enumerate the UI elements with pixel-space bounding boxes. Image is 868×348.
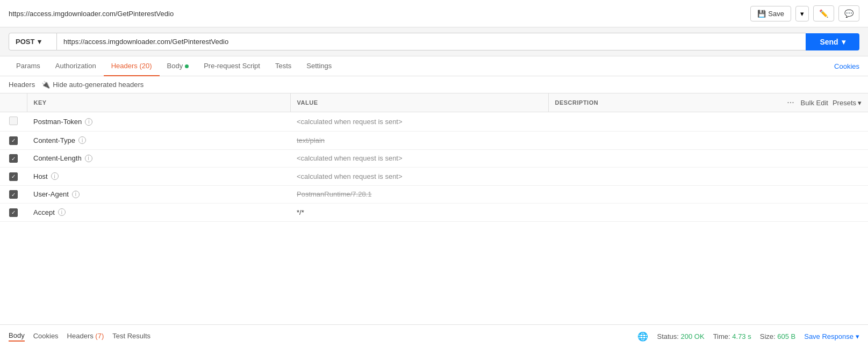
row-key-cell: Content-Typei (27, 132, 290, 150)
row-key: Host (33, 172, 48, 180)
status-value: 200 OK (681, 332, 705, 340)
row-value: */* (297, 208, 304, 216)
edit-button[interactable]: ✏️ (813, 5, 834, 21)
row-value: <calculated when request is sent> (297, 154, 403, 162)
tab-body[interactable]: Body (160, 56, 197, 76)
tab-params[interactable]: Params (9, 56, 48, 76)
row-value: <calculated when request is sent> (297, 172, 403, 180)
row-key: User-Agent (33, 190, 69, 198)
save-dropdown-button[interactable]: ▾ (795, 6, 809, 21)
status-tab-test-results-label: Test Results (112, 332, 150, 340)
comment-icon: 💬 (844, 9, 853, 18)
info-icon[interactable]: i (85, 118, 92, 126)
tab-settings[interactable]: Settings (299, 56, 339, 76)
hide-auto-headers-button[interactable]: 🔌 Hide auto-generated headers (41, 81, 144, 89)
method-select[interactable]: POST ▾ (9, 33, 57, 50)
headers-badge: (20) (139, 62, 152, 70)
tab-pre-request[interactable]: Pre-request Script (196, 56, 268, 76)
row-value-cell: PostmanRuntime/7.28.1 (290, 185, 548, 204)
top-bar-actions: 💾 Save ▾ ✏️ 💬 (750, 5, 859, 21)
table-row: ✓Hosti<calculated when request is sent> (0, 168, 868, 186)
info-icon[interactable]: i (51, 172, 59, 180)
row-key: Content-Length (33, 154, 82, 162)
status-tab-body[interactable]: Body (9, 331, 25, 342)
status-headers-badge: (7) (95, 332, 104, 340)
row-description-cell (548, 112, 868, 132)
status-tab-headers[interactable]: Headers (7) (67, 332, 104, 341)
bulk-edit-button[interactable]: Bulk Edit (801, 99, 828, 107)
row-key-cell: Content-Lengthi (27, 149, 290, 168)
info-icon[interactable]: i (58, 208, 66, 216)
status-tab-cookies[interactable]: Cookies (33, 332, 59, 341)
send-label: Send (820, 38, 838, 46)
row-checkbox[interactable]: ✓ (9, 190, 18, 199)
save-button[interactable]: 💾 Save (750, 6, 791, 21)
row-checkbox[interactable]: ✓ (9, 172, 18, 181)
status-tab-body-label: Body (9, 331, 25, 339)
row-checkbox-cell: ✓ (0, 204, 27, 222)
save-response-button[interactable]: Save Response ▾ (804, 332, 859, 340)
info-icon[interactable]: i (72, 191, 80, 198)
headers-table: KEY VALUE DESCRIPTION ··· Bulk Edit Pres… (0, 93, 868, 222)
method-chevron-icon: ▾ (38, 38, 41, 46)
time-value: 4.73 s (732, 332, 751, 340)
save-response-chevron-icon: ▾ (856, 332, 859, 340)
content-area: KEY VALUE DESCRIPTION ··· Bulk Edit Pres… (0, 93, 868, 222)
row-checkbox[interactable]: ✓ (9, 208, 18, 217)
send-chevron-icon: ▾ (842, 38, 845, 46)
row-key-cell: User-Agenti (27, 185, 290, 204)
headers-sub-bar: Headers 🔌 Hide auto-generated headers (0, 76, 868, 93)
row-checkbox-cell: ✓ (0, 185, 27, 204)
col-value-header: VALUE (290, 93, 548, 112)
info-icon[interactable]: i (85, 155, 92, 162)
row-checkbox[interactable] (9, 117, 18, 125)
row-key-cell: Accepti (27, 204, 290, 222)
row-checkbox-cell (0, 112, 27, 132)
tab-params-label: Params (16, 62, 40, 70)
status-right: 🌐 Status: 200 OK Time: 4.73 s Size: 605 … (637, 331, 859, 342)
col-key-header: KEY (27, 93, 290, 112)
tab-tests[interactable]: Tests (268, 56, 299, 76)
row-description-cell (548, 185, 868, 204)
row-description-cell (548, 204, 868, 222)
row-key: Content-Type (33, 136, 75, 144)
chevron-down-icon: ▾ (800, 10, 804, 18)
table-row: Postman-Tokeni<calculated when request i… (0, 112, 868, 132)
col-check-header (0, 93, 27, 112)
table-header-actions: ··· Bulk Edit Presets ▾ (785, 98, 862, 107)
tab-authorization[interactable]: Authorization (48, 56, 104, 76)
row-description-cell (548, 149, 868, 168)
pencil-icon: ✏️ (819, 9, 828, 18)
size-value: 605 B (777, 332, 795, 340)
size-item: Size: 605 B (760, 332, 796, 340)
method-label: POST (16, 38, 34, 46)
row-value-cell: <calculated when request is sent> (290, 112, 548, 132)
tab-pre-request-label: Pre-request Script (204, 62, 260, 70)
status-tab-headers-label: Headers (7) (67, 332, 104, 340)
status-item: Status: 200 OK (657, 332, 704, 340)
table-row: ✓Content-Lengthi<calculated when request… (0, 149, 868, 168)
row-checkbox[interactable]: ✓ (9, 136, 18, 145)
globe-icon: 🌐 (637, 331, 648, 342)
row-value: text/plain (297, 136, 325, 144)
status-tab-cookies-label: Cookies (33, 332, 59, 340)
presets-chevron-icon: ▾ (858, 99, 862, 107)
description-label: DESCRIPTION (555, 99, 599, 106)
tab-body-label: Body (167, 62, 183, 70)
row-value-cell: text/plain (290, 132, 548, 150)
hide-icon: 🔌 (41, 81, 50, 89)
tab-headers[interactable]: Headers (20) (104, 56, 160, 76)
url-input[interactable] (57, 33, 806, 50)
row-checkbox[interactable]: ✓ (9, 154, 18, 163)
row-key-cell: Postman-Tokeni (27, 112, 290, 132)
send-button[interactable]: Send ▾ (806, 33, 859, 50)
status-tab-test-results[interactable]: Test Results (112, 332, 150, 341)
comment-button[interactable]: 💬 (838, 5, 859, 21)
info-icon[interactable]: i (78, 136, 86, 144)
presets-button[interactable]: Presets ▾ (833, 99, 862, 107)
headers-sub-label: Headers (9, 81, 35, 89)
cookies-link[interactable]: Cookies (834, 57, 859, 76)
table-row: ✓Content-Typeitext/plain (0, 132, 868, 150)
more-options-button[interactable]: ··· (785, 98, 796, 107)
tabs-bar: Params Authorization Headers (20) Body P… (0, 56, 868, 76)
